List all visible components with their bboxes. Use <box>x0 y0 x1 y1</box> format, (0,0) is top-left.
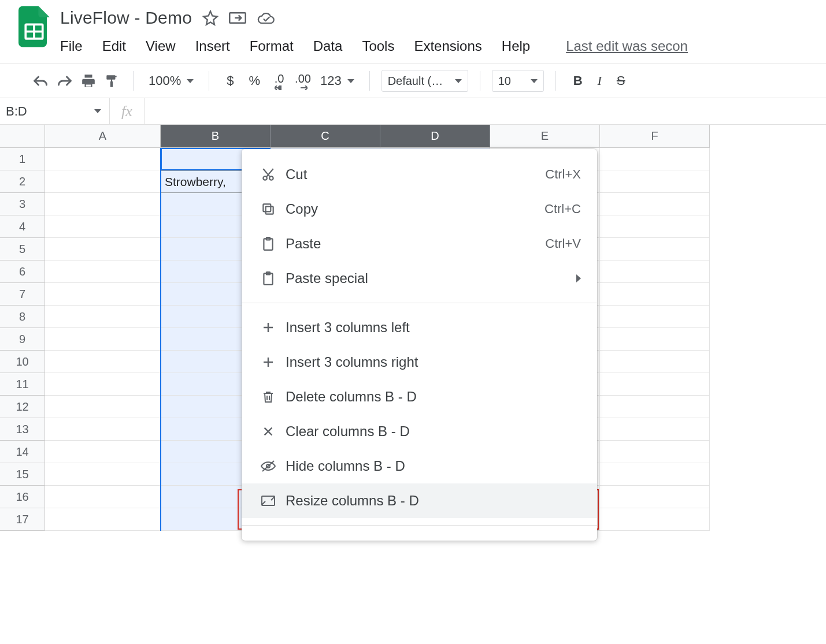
row-header[interactable]: 5 <box>0 238 45 260</box>
row-header[interactable]: 11 <box>0 373 45 396</box>
cell[interactable] <box>45 486 161 508</box>
menu-extensions[interactable]: Extensions <box>414 38 481 54</box>
cell[interactable] <box>600 441 710 463</box>
menu-edit[interactable]: Edit <box>102 38 126 54</box>
column-header-B[interactable]: B <box>161 125 271 148</box>
name-box[interactable]: B:D <box>0 98 110 124</box>
column-header-A[interactable]: A <box>45 125 161 148</box>
menu-format[interactable]: Format <box>250 38 294 54</box>
row-header[interactable]: 6 <box>0 260 45 283</box>
ctx-insert-columns-left[interactable]: Insert 3 columns left <box>242 310 597 345</box>
cell[interactable] <box>600 373 710 396</box>
ctx-clear-columns[interactable]: Clear columns B - D <box>242 414 597 449</box>
print-button[interactable] <box>79 70 98 91</box>
last-edit-link[interactable]: Last edit was secon <box>566 38 688 54</box>
cell[interactable] <box>600 215 710 238</box>
ctx-copy[interactable]: Copy Ctrl+C <box>242 192 597 226</box>
ctx-paste-special[interactable]: Paste special <box>242 261 597 296</box>
number-format-dropdown[interactable]: 123 <box>317 73 358 88</box>
menu-insert[interactable]: Insert <box>195 38 230 54</box>
cell[interactable] <box>600 148 710 170</box>
column-header-E[interactable]: E <box>490 125 600 148</box>
cell[interactable] <box>600 463 710 486</box>
ctx-cut[interactable]: Cut Ctrl+X <box>242 157 597 192</box>
zoom-dropdown[interactable]: 100% <box>145 73 197 88</box>
redo-button[interactable] <box>54 70 75 91</box>
strikethrough-button[interactable]: S <box>611 73 631 88</box>
cell[interactable] <box>600 486 710 508</box>
cell[interactable] <box>45 306 161 328</box>
row-header[interactable]: 10 <box>0 351 45 373</box>
font-family-dropdown[interactable]: Default (Ari… <box>381 70 468 92</box>
ctx-resize-columns[interactable]: Resize columns B - D <box>242 483 597 518</box>
cell[interactable] <box>600 260 710 283</box>
cell[interactable] <box>45 351 161 373</box>
row-header[interactable]: 8 <box>0 306 45 328</box>
cell[interactable] <box>45 418 161 441</box>
row-header[interactable]: 2 <box>0 170 45 193</box>
ctx-hide-columns[interactable]: Hide columns B - D <box>242 449 597 483</box>
column-header-F[interactable]: F <box>600 125 710 148</box>
menu-file[interactable]: File <box>60 38 83 54</box>
cell[interactable] <box>600 283 710 306</box>
row-header[interactable]: 1 <box>0 148 45 170</box>
column-header-C[interactable]: C <box>271 125 380 148</box>
cell[interactable] <box>45 215 161 238</box>
increase-decimal-button[interactable]: .00 <box>292 70 313 91</box>
menu-view[interactable]: View <box>146 38 176 54</box>
star-icon[interactable] <box>202 10 218 26</box>
bold-button[interactable]: B <box>568 73 588 88</box>
row-header[interactable]: 9 <box>0 328 45 351</box>
sheets-logo[interactable] <box>18 6 50 47</box>
menu-data[interactable]: Data <box>313 38 343 54</box>
menu-help[interactable]: Help <box>502 38 530 54</box>
cell[interactable] <box>600 170 710 193</box>
ctx-paste[interactable]: Paste Ctrl+V <box>242 226 597 261</box>
cell[interactable] <box>600 396 710 418</box>
row-header[interactable]: 4 <box>0 215 45 238</box>
row-header[interactable]: 3 <box>0 193 45 215</box>
cell[interactable] <box>45 441 161 463</box>
cell[interactable] <box>45 396 161 418</box>
row-header[interactable]: 15 <box>0 463 45 486</box>
ctx-delete-columns[interactable]: Delete columns B - D <box>242 379 597 414</box>
cell[interactable] <box>600 328 710 351</box>
paint-format-button[interactable] <box>102 70 121 91</box>
menu-tools[interactable]: Tools <box>362 38 394 54</box>
undo-button[interactable] <box>30 70 51 91</box>
cell[interactable] <box>600 193 710 215</box>
format-percent-button[interactable]: % <box>243 73 266 88</box>
doc-title[interactable]: LiveFlow - Demo <box>60 8 192 28</box>
cell[interactable] <box>45 373 161 396</box>
cell[interactable] <box>45 328 161 351</box>
cell[interactable] <box>45 463 161 486</box>
cell[interactable] <box>600 238 710 260</box>
row-header[interactable]: 14 <box>0 441 45 463</box>
row-header[interactable]: 17 <box>0 508 45 531</box>
font-size-dropdown[interactable]: 10 <box>492 70 544 92</box>
cell[interactable] <box>45 193 161 215</box>
cell[interactable] <box>45 508 161 531</box>
select-all-corner[interactable] <box>0 125 45 148</box>
row-header[interactable]: 7 <box>0 283 45 306</box>
cell[interactable] <box>45 260 161 283</box>
cell[interactable] <box>45 283 161 306</box>
row-header[interactable]: 12 <box>0 396 45 418</box>
cell[interactable] <box>600 351 710 373</box>
row-header[interactable]: 16 <box>0 486 45 508</box>
format-currency-button[interactable]: $ <box>221 73 239 88</box>
cell[interactable] <box>600 306 710 328</box>
row-header[interactable]: 13 <box>0 418 45 441</box>
move-icon[interactable] <box>229 10 246 25</box>
decrease-decimal-button[interactable]: .0 <box>269 70 289 91</box>
cell[interactable] <box>600 508 710 531</box>
ctx-insert-columns-right[interactable]: Insert 3 columns right <box>242 345 597 379</box>
column-header-D[interactable]: D <box>380 125 490 148</box>
cell[interactable] <box>45 238 161 260</box>
italic-button[interactable]: I <box>592 73 608 88</box>
cell[interactable] <box>600 418 710 441</box>
formula-input[interactable] <box>145 98 826 124</box>
cell[interactable] <box>45 170 161 193</box>
cloud-status-icon[interactable] <box>257 11 275 25</box>
cell[interactable] <box>45 148 161 170</box>
